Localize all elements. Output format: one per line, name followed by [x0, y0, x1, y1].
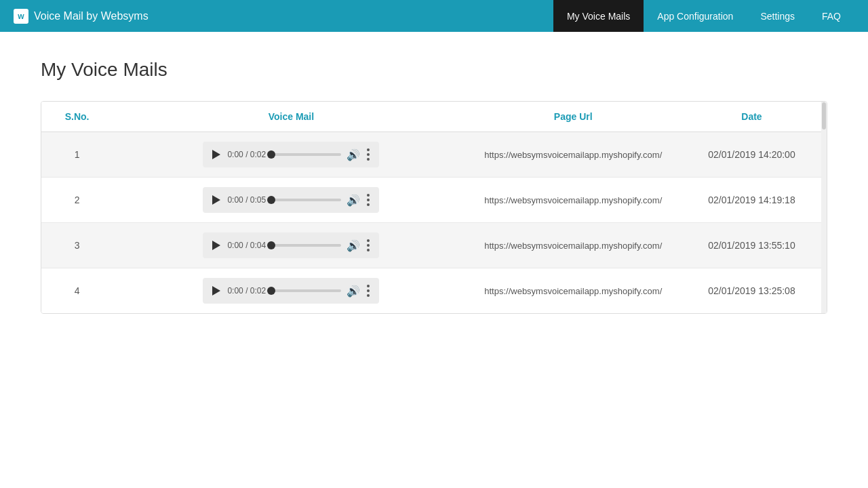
col-header-date: Date [677, 102, 827, 132]
cell-audio: 0:00 / 0:05🔊 [113, 178, 469, 223]
brand-label: Voice Mail by Websyms [34, 10, 149, 22]
progress-thumb[interactable] [267, 287, 275, 295]
more-dot [367, 199, 370, 201]
voicemail-table: S.No.Voice MailPage UrlDate 10:00 / 0:02… [41, 102, 827, 313]
voicemail-table-wrapper: S.No.Voice MailPage UrlDate 10:00 / 0:02… [41, 101, 827, 314]
cell-sno: 2 [41, 178, 113, 223]
table-body: 10:00 / 0:02🔊https://websymsvoicemailapp… [41, 132, 827, 314]
more-options-icon[interactable] [366, 192, 371, 207]
main-content: My Voice Mails S.No.Voice MailPage UrlDa… [0, 32, 868, 341]
play-button[interactable] [211, 285, 222, 296]
progress-bar[interactable] [271, 289, 341, 292]
page-title: My Voice Mails [41, 59, 827, 81]
nav-item-faq[interactable]: FAQ [808, 0, 854, 32]
table-header: S.No.Voice MailPage UrlDate [41, 102, 827, 132]
cell-date: 02/01/2019 14:20:00 [677, 132, 827, 178]
cell-audio: 0:00 / 0:04🔊 [113, 223, 469, 268]
play-button[interactable] [211, 149, 222, 160]
table-row: 10:00 / 0:02🔊https://websymsvoicemailapp… [41, 132, 827, 178]
scrollbar-thumb[interactable] [822, 102, 826, 129]
cell-sno: 4 [41, 268, 113, 314]
progress-thumb[interactable] [267, 196, 275, 204]
more-dot [367, 153, 370, 156]
cell-sno: 3 [41, 223, 113, 268]
brand-icon: w [14, 9, 28, 24]
cell-date: 02/01/2019 13:25:08 [677, 268, 827, 314]
cell-audio: 0:00 / 0:02🔊 [113, 132, 469, 178]
cell-date: 02/01/2019 14:19:18 [677, 178, 827, 223]
audio-player[interactable]: 0:00 / 0:05🔊 [203, 187, 379, 213]
audio-player[interactable]: 0:00 / 0:04🔊 [203, 232, 379, 258]
progress-thumb[interactable] [267, 150, 275, 159]
more-dot [367, 148, 370, 151]
cell-date: 02/01/2019 13:55:10 [677, 223, 827, 268]
app-header: w Voice Mail by Websyms My Voice MailsAp… [0, 0, 868, 32]
audio-player[interactable]: 0:00 / 0:02🔊 [203, 278, 379, 304]
more-options-icon[interactable] [366, 147, 371, 162]
more-dot [367, 239, 370, 242]
url-text: https://websymsvoicemailapp.myshopify.co… [484, 150, 662, 160]
more-dot [367, 289, 370, 292]
volume-icon[interactable]: 🔊 [347, 239, 360, 252]
more-dot [367, 294, 370, 297]
nav-item-settings[interactable]: Settings [747, 0, 808, 32]
more-dot [367, 244, 370, 247]
more-options-icon[interactable] [366, 283, 371, 298]
time-label: 0:00 / 0:02 [227, 286, 266, 296]
cell-url: https://websymsvoicemailapp.myshopify.co… [470, 132, 677, 178]
cell-url: https://websymsvoicemailapp.myshopify.co… [470, 178, 677, 223]
more-dot [367, 249, 370, 251]
progress-bar[interactable] [271, 153, 341, 156]
cell-url: https://websymsvoicemailapp.myshopify.co… [470, 268, 677, 314]
url-text: https://websymsvoicemailapp.myshopify.co… [484, 286, 662, 296]
progress-bar[interactable] [271, 244, 341, 247]
time-label: 0:00 / 0:02 [227, 150, 266, 159]
main-nav: My Voice MailsApp ConfigurationSettingsF… [553, 0, 854, 32]
play-button[interactable] [211, 240, 222, 251]
cell-url: https://websymsvoicemailapp.myshopify.co… [470, 223, 677, 268]
url-text: https://websymsvoicemailapp.myshopify.co… [484, 195, 662, 205]
table-row: 20:00 / 0:05🔊https://websymsvoicemailapp… [41, 178, 827, 223]
time-label: 0:00 / 0:05 [227, 195, 266, 205]
cell-sno: 1 [41, 132, 113, 178]
more-dot [367, 158, 370, 161]
volume-icon[interactable]: 🔊 [347, 285, 360, 298]
table-row: 40:00 / 0:02🔊https://websymsvoicemailapp… [41, 268, 827, 314]
nav-item-app-configuration[interactable]: App Configuration [644, 0, 747, 32]
progress-bar[interactable] [271, 199, 341, 201]
time-label: 0:00 / 0:04 [227, 241, 266, 250]
col-header-page-url: Page Url [470, 102, 677, 132]
scrollbar[interactable] [821, 102, 827, 313]
more-dot [367, 285, 370, 287]
play-button[interactable] [211, 195, 222, 205]
volume-icon[interactable]: 🔊 [347, 194, 360, 207]
audio-player[interactable]: 0:00 / 0:02🔊 [203, 142, 379, 167]
more-options-icon[interactable] [366, 238, 371, 253]
more-dot [367, 194, 370, 197]
url-text: https://websymsvoicemailapp.myshopify.co… [484, 241, 662, 251]
progress-thumb[interactable] [267, 241, 275, 249]
col-header-s-no-: S.No. [41, 102, 113, 132]
col-header-voice-mail: Voice Mail [113, 102, 469, 132]
table-row: 30:00 / 0:04🔊https://websymsvoicemailapp… [41, 223, 827, 268]
brand: w Voice Mail by Websyms [14, 9, 553, 24]
volume-icon[interactable]: 🔊 [347, 148, 360, 161]
cell-audio: 0:00 / 0:02🔊 [113, 268, 469, 314]
more-dot [367, 203, 370, 206]
nav-item-my-voice-mails[interactable]: My Voice Mails [553, 0, 644, 32]
